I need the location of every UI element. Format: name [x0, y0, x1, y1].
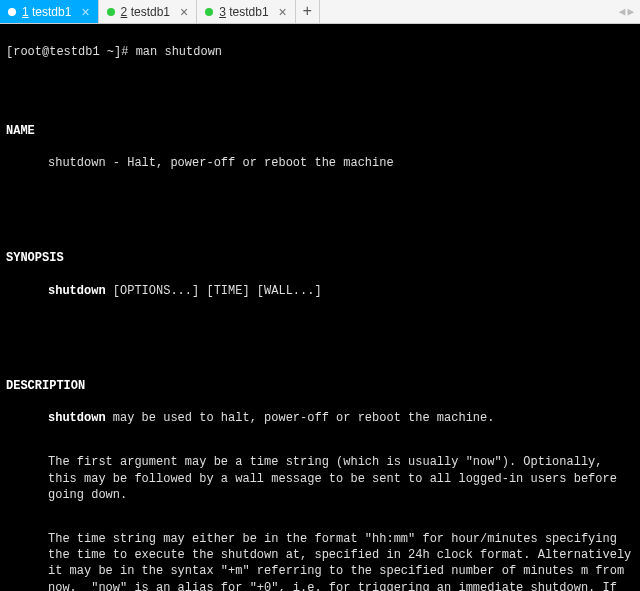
chevron-left-icon[interactable]: ◀ — [619, 5, 626, 18]
man-section-synopsis: SYNOPSIS shutdown [OPTIONS...] [TIME] [W… — [6, 234, 634, 315]
tab-3[interactable]: 3 testdb1 × — [197, 0, 296, 23]
terminal-output[interactable]: [root@testdb1 ~]# man shutdown NAME shut… — [0, 24, 640, 591]
tab-nav: ◀ ▶ — [613, 0, 640, 23]
man-section-description: DESCRIPTION shutdown may be used to halt… — [6, 361, 634, 591]
tab-2[interactable]: 2 testdb1 × — [99, 0, 198, 23]
man-section-name: NAME shutdown - Halt, power-off or reboo… — [6, 107, 634, 188]
prompt-line: [root@testdb1 ~]# man shutdown — [6, 44, 634, 60]
add-tab-button[interactable]: + — [296, 0, 320, 23]
circle-icon — [107, 8, 115, 16]
circle-icon — [205, 8, 213, 16]
circle-icon — [8, 8, 16, 16]
close-icon[interactable]: × — [180, 5, 188, 19]
tab-label: 1 testdb1 — [22, 5, 71, 19]
tab-label: 3 testdb1 — [219, 5, 268, 19]
tab-label: 2 testdb1 — [121, 5, 170, 19]
chevron-right-icon[interactable]: ▶ — [627, 5, 634, 18]
tab-1[interactable]: 1 testdb1 × — [0, 0, 99, 23]
close-icon[interactable]: × — [279, 5, 287, 19]
tab-bar: 1 testdb1 × 2 testdb1 × 3 testdb1 × + ◀ … — [0, 0, 640, 24]
close-icon[interactable]: × — [81, 5, 89, 19]
